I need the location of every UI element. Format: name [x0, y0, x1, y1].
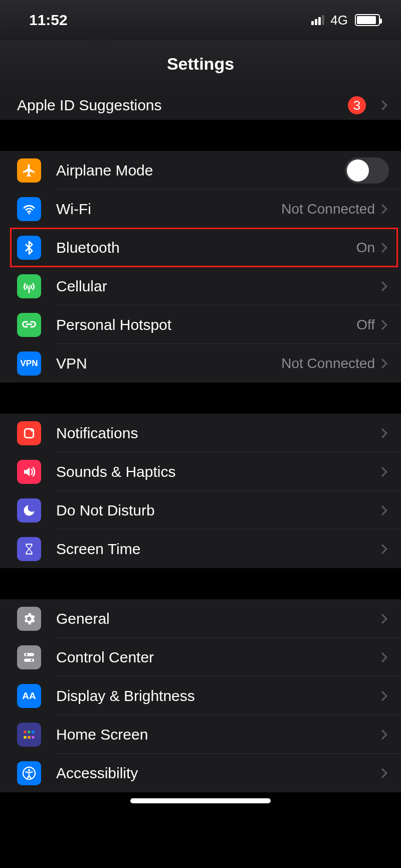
- row-home-screen[interactable]: Home Screen: [0, 715, 401, 754]
- row-label: Bluetooth: [56, 239, 356, 256]
- cellular-signal-icon: [311, 15, 324, 25]
- chevron-right-icon: [377, 204, 387, 214]
- chevron-right-icon: [377, 428, 387, 438]
- chevron-right-icon: [377, 768, 387, 778]
- row-sounds-haptics[interactable]: Sounds & Haptics: [0, 452, 401, 491]
- row-label: Home Screen: [56, 726, 379, 743]
- battery-icon: [355, 14, 380, 26]
- row-bluetooth[interactable]: Bluetooth On: [0, 228, 401, 267]
- home-indicator[interactable]: [130, 798, 271, 803]
- notifications-icon: [17, 421, 41, 445]
- row-label: Apple ID Suggestions: [17, 97, 348, 114]
- airplane-toggle[interactable]: [345, 157, 389, 184]
- row-screen-time[interactable]: Screen Time: [0, 530, 401, 568]
- chevron-right-icon: [377, 100, 387, 110]
- row-label: Screen Time: [56, 541, 379, 558]
- status-bar: 11:52 4G: [0, 0, 401, 40]
- chevron-right-icon: [377, 281, 387, 291]
- group-general: General Control Center AA Display & Brig…: [0, 599, 401, 792]
- row-value: Off: [356, 317, 375, 333]
- accessibility-icon: [17, 761, 41, 785]
- row-notifications[interactable]: Notifications: [0, 414, 401, 452]
- row-label: Sounds & Haptics: [56, 463, 379, 480]
- row-airplane-mode[interactable]: Airplane Mode: [0, 151, 401, 190]
- row-label: Cellular: [56, 278, 379, 295]
- svg-point-8: [31, 659, 33, 661]
- row-label: VPN: [56, 355, 281, 372]
- chevron-right-icon: [377, 320, 387, 330]
- status-time: 11:52: [29, 12, 68, 29]
- row-value: Not Connected: [281, 356, 375, 372]
- badge-count: 3: [348, 96, 366, 114]
- wifi-icon: [17, 197, 41, 221]
- row-display-brightness[interactable]: AA Display & Brightness: [0, 676, 401, 715]
- page-title: Settings: [0, 40, 401, 91]
- row-wifi[interactable]: Wi-Fi Not Connected: [0, 190, 401, 228]
- chevron-right-icon: [377, 359, 387, 369]
- row-control-center[interactable]: Control Center: [0, 638, 401, 676]
- group-attention: Notifications Sounds & Haptics Do Not Di…: [0, 414, 401, 568]
- svg-rect-13: [28, 736, 30, 738]
- moon-icon: [17, 498, 41, 523]
- row-accessibility[interactable]: Accessibility: [0, 754, 401, 792]
- chevron-right-icon: [377, 652, 387, 662]
- row-label: Control Center: [56, 649, 379, 666]
- row-label: Airplane Mode: [56, 162, 345, 179]
- row-value: On: [356, 240, 375, 256]
- chevron-right-icon: [377, 467, 387, 477]
- row-general[interactable]: General: [0, 599, 401, 638]
- gear-icon: [17, 607, 41, 631]
- svg-point-4: [31, 428, 34, 431]
- chevron-right-icon: [377, 614, 387, 624]
- hourglass-icon: [17, 537, 41, 561]
- group-connectivity: Airplane Mode Wi-Fi Not Connected Blueto…: [0, 151, 401, 383]
- control-center-icon: [17, 645, 41, 669]
- airplane-icon: [17, 158, 41, 183]
- row-label: Wi-Fi: [56, 201, 281, 218]
- row-label: Personal Hotspot: [56, 316, 356, 333]
- display-icon: AA: [17, 684, 41, 708]
- svg-point-16: [28, 769, 31, 771]
- home-screen-icon: [17, 723, 41, 747]
- svg-point-0: [28, 213, 30, 214]
- svg-rect-11: [32, 731, 34, 733]
- chevron-right-icon: [377, 544, 387, 554]
- row-label: Notifications: [56, 425, 379, 442]
- row-vpn[interactable]: VPN VPN Not Connected: [0, 344, 401, 383]
- svg-rect-12: [24, 736, 26, 738]
- row-personal-hotspot[interactable]: Personal Hotspot Off: [0, 305, 401, 344]
- chevron-right-icon: [377, 730, 387, 740]
- vpn-icon: VPN: [17, 352, 41, 376]
- chevron-right-icon: [377, 505, 387, 515]
- row-value: Not Connected: [281, 201, 375, 217]
- row-label: Display & Brightness: [56, 687, 379, 705]
- hotspot-icon: [17, 313, 41, 337]
- chevron-right-icon: [377, 243, 387, 253]
- row-do-not-disturb[interactable]: Do Not Disturb: [0, 491, 401, 530]
- row-label: Accessibility: [56, 765, 379, 782]
- chevron-right-icon: [377, 691, 387, 701]
- svg-point-6: [26, 653, 28, 655]
- svg-rect-14: [32, 736, 34, 738]
- row-apple-id-suggestions[interactable]: Apple ID Suggestions 3: [0, 91, 401, 120]
- row-label: Do Not Disturb: [56, 502, 379, 519]
- bluetooth-icon: [17, 236, 41, 260]
- status-right: 4G: [311, 13, 380, 28]
- cellular-icon: [17, 274, 41, 298]
- row-cellular[interactable]: Cellular: [0, 267, 401, 305]
- sounds-icon: [17, 460, 41, 484]
- highlight-bluetooth: Bluetooth On: [0, 228, 401, 267]
- svg-rect-9: [24, 731, 26, 733]
- group-apple-id: Apple ID Suggestions 3: [0, 91, 401, 120]
- row-label: General: [56, 610, 379, 627]
- svg-rect-10: [28, 731, 30, 733]
- network-type: 4G: [330, 13, 348, 28]
